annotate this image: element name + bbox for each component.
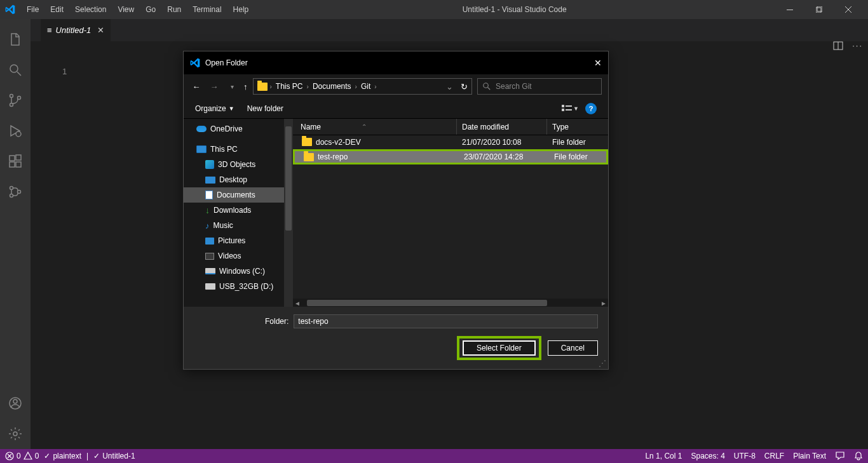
nav-back-button[interactable]: ←: [190, 82, 203, 91]
check-icon: ✓: [44, 452, 50, 460]
window-minimize-button[interactable]: [775, 0, 804, 19]
extensions-icon[interactable]: [0, 146, 31, 177]
tree-desktop[interactable]: Desktop: [184, 172, 284, 187]
tab-untitled[interactable]: ≡ Untitled-1 ✕: [41, 19, 111, 41]
status-encoding[interactable]: UTF-8: [734, 452, 756, 460]
svg-point-16: [13, 399, 17, 403]
breadcrumb-git[interactable]: Git: [360, 82, 372, 91]
svg-rect-2: [817, 6, 822, 11]
status-feedback-icon[interactable]: [835, 451, 845, 461]
more-actions-icon[interactable]: ···: [852, 41, 863, 51]
file-list-header: Name⌃ Date modified Type: [293, 119, 608, 135]
status-spaces[interactable]: Spaces: 4: [691, 452, 724, 460]
select-folder-button[interactable]: Select Folder: [463, 340, 536, 356]
tree-drive-c[interactable]: Windows (C:): [184, 264, 284, 279]
split-editor-icon[interactable]: [833, 41, 843, 51]
menu-help[interactable]: Help: [228, 3, 254, 17]
menu-go[interactable]: Go: [140, 3, 161, 17]
nav-up-button[interactable]: ↑: [243, 82, 248, 91]
svg-rect-24: [566, 105, 572, 107]
search-box[interactable]: Search Git: [477, 78, 602, 95]
folder-name-input[interactable]: [294, 314, 598, 328]
desktop-icon: [205, 177, 215, 184]
settings-gear-icon[interactable]: [0, 419, 31, 449]
file-row[interactable]: docs-v2-DEV 21/07/2020 10:08 File folder: [293, 135, 608, 149]
documents-icon: [205, 191, 213, 199]
menu-run[interactable]: Run: [162, 3, 186, 17]
status-bell-icon[interactable]: [854, 452, 863, 460]
run-debug-icon[interactable]: [0, 116, 31, 146]
svg-rect-11: [16, 155, 21, 160]
svg-rect-10: [16, 162, 21, 167]
svg-rect-23: [562, 109, 564, 111]
menu-terminal[interactable]: Terminal: [187, 3, 226, 17]
menu-edit[interactable]: Edit: [45, 3, 69, 17]
tree-3dobjects[interactable]: 3D Objects: [184, 157, 284, 172]
breadcrumb-documents[interactable]: Documents: [311, 82, 353, 91]
tab-label: Untitled-1: [56, 25, 92, 35]
error-icon: [5, 452, 14, 460]
search-placeholder: Search Git: [496, 82, 532, 91]
tab-bar: ≡ Untitled-1 ✕: [31, 19, 868, 41]
menu-file[interactable]: File: [22, 3, 44, 17]
file-list-hscrollbar[interactable]: ◄ ►: [293, 299, 608, 307]
status-lncol[interactable]: Ln 1, Col 1: [645, 452, 682, 460]
status-bar: 0 0 ✓ plaintext | ✓ Untitled-1 Ln 1, Col…: [0, 449, 868, 463]
search-icon[interactable]: [0, 55, 31, 85]
tree-thispc[interactable]: This PC: [184, 142, 284, 157]
window-title: Untitled-1 - Visual Studio Code: [254, 5, 775, 14]
help-button[interactable]: ?: [585, 103, 597, 114]
dialog-titlebar: Open Folder ✕: [184, 51, 608, 74]
tree-documents[interactable]: Documents: [184, 187, 284, 203]
address-dropdown[interactable]: ⌄: [446, 82, 453, 91]
menu-view[interactable]: View: [112, 3, 139, 17]
organize-button[interactable]: Organize▼: [195, 104, 234, 113]
tree-videos[interactable]: Videos: [184, 248, 284, 264]
dialog-close-button[interactable]: ✕: [594, 58, 602, 68]
menu-selection[interactable]: Selection: [70, 3, 111, 17]
dialog-nav: ← → ▾ ↑ › This PC › Documents › Git › ⌄ …: [184, 74, 608, 98]
main-menu: File Edit Selection View Go Run Terminal…: [22, 3, 254, 17]
source-control-icon[interactable]: [0, 85, 31, 116]
address-bar[interactable]: › This PC › Documents › Git › ⌄ ↻: [253, 78, 473, 95]
svg-point-4: [10, 95, 13, 98]
column-type[interactable]: Type: [547, 119, 608, 135]
status-eol[interactable]: CRLF: [764, 452, 784, 460]
window-maximize-button[interactable]: [804, 0, 834, 19]
open-folder-dialog: Open Folder ✕ ← → ▾ ↑ › This PC › Docume…: [183, 51, 609, 370]
file-row[interactable]: test-repo 23/07/2020 14:28 File folder: [295, 151, 606, 163]
view-options-button[interactable]: ▼: [562, 105, 579, 112]
tree-drive-usb[interactable]: USB_32GB (D:): [184, 279, 284, 294]
tree-downloads[interactable]: ↓Downloads: [184, 203, 284, 218]
tree-music[interactable]: ♪Music: [184, 218, 284, 233]
column-date[interactable]: Date modified: [457, 119, 547, 135]
svg-point-6: [18, 97, 21, 100]
explorer-icon[interactable]: [0, 24, 31, 55]
status-lang-hint[interactable]: ✓ plaintext: [44, 452, 81, 460]
new-folder-button[interactable]: New folder: [247, 104, 283, 113]
status-doc[interactable]: ✓ Untitled-1: [93, 452, 135, 460]
tab-close-icon[interactable]: ✕: [97, 25, 104, 35]
status-problems[interactable]: 0 0: [5, 452, 39, 460]
nav-tree: OneDrive This PC 3D Objects Desktop Docu…: [184, 119, 284, 307]
git-graph-icon[interactable]: [0, 177, 31, 207]
window-close-button[interactable]: [834, 0, 863, 19]
nav-recent-dropdown[interactable]: ▾: [226, 83, 238, 90]
svg-rect-1: [816, 8, 821, 13]
svg-rect-8: [10, 156, 15, 161]
column-name[interactable]: Name⌃: [293, 119, 457, 135]
tree-scrollbar[interactable]: [284, 119, 293, 307]
nav-forward-button[interactable]: →: [208, 82, 220, 91]
status-mode[interactable]: Plain Text: [793, 452, 826, 460]
videos-icon: [205, 253, 214, 260]
refresh-button[interactable]: ↻: [461, 82, 468, 91]
pc-icon: [196, 145, 207, 153]
resize-grip-icon[interactable]: ⋰: [599, 359, 606, 368]
tree-onedrive[interactable]: OneDrive: [184, 121, 284, 137]
folder-icon: [302, 138, 312, 146]
breadcrumb-thispc[interactable]: This PC: [275, 82, 304, 91]
tree-pictures[interactable]: Pictures: [184, 233, 284, 248]
svg-point-12: [10, 187, 13, 190]
account-icon[interactable]: [0, 388, 31, 419]
cancel-button[interactable]: Cancel: [548, 340, 598, 356]
